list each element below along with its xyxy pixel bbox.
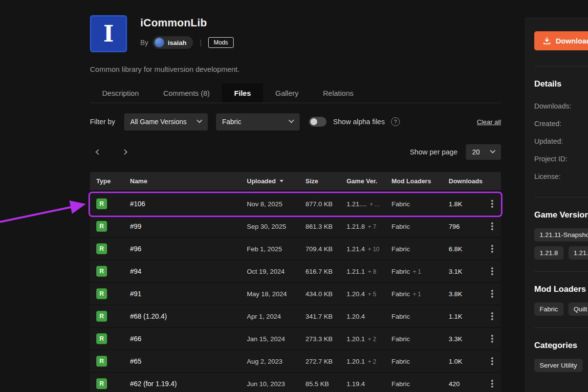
tab[interactable]: Comments (8) <box>151 84 222 103</box>
clear-all-link[interactable]: Clear all <box>477 118 501 126</box>
file-downloads: 1.8K <box>449 200 483 208</box>
file-row[interactable]: R #68 (1.20.4) Apr 1, 2024 341.7 KB 1.20… <box>90 305 501 328</box>
game-versions-section: Game Versions 1.21.11-Snapshot1.21.81.21… <box>534 197 588 271</box>
file-downloads: 3.1K <box>449 268 483 275</box>
tab[interactable]: Files <box>222 84 263 103</box>
file-actions-cell <box>483 360 501 362</box>
alpha-toggle-label: Show alpha files <box>333 118 385 126</box>
annotation-arrow <box>0 194 93 226</box>
kebab-menu-icon[interactable] <box>491 383 493 385</box>
file-type-cell: R <box>96 356 130 367</box>
file-type-cell: R <box>96 288 130 299</box>
game-versions-heading: Game Versions <box>534 210 588 220</box>
game-version-chip[interactable]: 1.21.8 <box>534 246 564 260</box>
mod-loader-chip[interactable]: Quilt <box>568 303 588 316</box>
file-name-link[interactable]: #106 <box>130 200 247 208</box>
game-version-extra: + 2 <box>368 336 376 343</box>
author-link[interactable]: isaiah <box>152 36 193 49</box>
file-row[interactable]: R #99 Sep 30, 2025 861.3 KB 1.21.8+ 7 Fa… <box>90 216 501 238</box>
file-actions-cell <box>483 315 501 317</box>
help-icon[interactable] <box>391 117 400 126</box>
file-uploaded: Aug 2, 2023 <box>247 358 305 365</box>
file-size: 434.0 KB <box>305 290 347 298</box>
game-version-select[interactable]: All Game Versions <box>124 113 208 131</box>
file-row[interactable]: R #91 May 18, 2024 434.0 KB 1.20.4+ 5 Fa… <box>90 283 501 305</box>
loader-select-value: Fabric <box>222 118 241 126</box>
file-name-link[interactable]: #65 <box>130 357 247 365</box>
kebab-menu-icon[interactable] <box>491 270 493 272</box>
col-uploaded[interactable]: Uploaded <box>247 177 305 185</box>
kebab-menu-icon[interactable] <box>491 293 493 295</box>
loader-select[interactable]: Fabric <box>216 113 300 131</box>
file-downloads: 420 <box>449 380 483 388</box>
file-mod-loaders: Fabric <box>392 358 449 365</box>
project-logo: I <box>90 15 127 52</box>
file-type-cell: R <box>96 333 130 344</box>
author-avatar <box>154 38 164 47</box>
file-name-link[interactable]: #66 <box>130 335 247 343</box>
game-version-chips: 1.21.11-Snapshot1.21.81.21.7 <box>534 228 588 260</box>
kebab-menu-icon[interactable] <box>491 203 493 205</box>
file-size: 341.7 KB <box>305 313 347 320</box>
file-actions-cell <box>483 293 501 295</box>
file-name-link[interactable]: #94 <box>130 267 247 275</box>
file-row[interactable]: R #62 (for 1.19.4) Jun 10, 2023 85.5 KB … <box>90 373 501 392</box>
per-page-select[interactable]: 20 <box>466 144 501 160</box>
file-size: 273.3 KB <box>305 335 347 343</box>
category-badge[interactable]: Mods <box>208 37 233 48</box>
file-name-link[interactable]: #62 (for 1.19.4) <box>130 380 247 388</box>
next-page-button[interactable] <box>117 145 132 159</box>
game-version-chip[interactable]: 1.21.11-Snapshot <box>534 228 588 241</box>
file-type-cell: R <box>96 198 130 209</box>
table-header: Type Name Uploaded Size Game Ver. Mod Lo… <box>90 172 501 190</box>
col-mod-loaders: Mod Loaders <box>392 177 449 185</box>
file-row[interactable]: R #106 Nov 8, 2025 877.0 KB 1.21....+ ..… <box>90 193 501 216</box>
byline: By isaiah | Mods <box>140 36 234 49</box>
file-actions-cell <box>483 338 501 340</box>
file-game-version: 1.20.1+ 2 <box>347 335 392 343</box>
tab[interactable]: Gallery <box>263 84 311 103</box>
file-downloads: 3.3K <box>449 335 483 343</box>
file-type-cell: R <box>96 311 130 322</box>
file-uploaded: Oct 19, 2024 <box>247 268 305 275</box>
file-game-version: 1.20.4 <box>347 313 392 320</box>
file-name-link[interactable]: #99 <box>130 222 247 230</box>
download-button[interactable]: Download <box>534 31 588 50</box>
game-version-chip[interactable]: 1.21.7 <box>568 246 588 260</box>
chevron-down-icon <box>196 118 202 123</box>
file-game-version: 1.21.8+ 7 <box>347 223 392 230</box>
kebab-menu-icon[interactable] <box>491 338 493 340</box>
kebab-menu-icon[interactable] <box>491 248 493 250</box>
mod-loader-value: Fabric <box>392 313 410 320</box>
main-content: I iCommonLib By isaiah | Mods Common lib… <box>90 15 501 392</box>
kebab-menu-icon[interactable] <box>491 225 493 227</box>
file-row[interactable]: R #94 Oct 19, 2024 616.7 KB 1.21.1+ 8 Fa… <box>90 261 501 283</box>
file-row[interactable]: R #66 Jan 15, 2024 273.3 KB 1.20.1+ 2 Fa… <box>90 328 501 350</box>
file-mod-loaders: Fabric <box>392 200 449 208</box>
kebab-menu-icon[interactable] <box>491 360 493 362</box>
file-game-version: 1.21....+ ... <box>347 200 392 208</box>
game-version-extra: + 8 <box>368 268 376 275</box>
file-game-version: 1.19.4 <box>347 380 392 388</box>
alpha-files-toggle[interactable] <box>309 117 327 127</box>
mod-loader-value: Fabric <box>392 245 410 253</box>
category-chip[interactable]: Server Utility <box>534 359 583 372</box>
file-name-link[interactable]: #91 <box>130 290 247 298</box>
prev-page-button[interactable] <box>91 145 106 159</box>
chevron-down-icon <box>288 118 294 123</box>
mod-loader-chip[interactable]: Fabric <box>534 303 564 316</box>
file-downloads: 3.8K <box>449 290 483 298</box>
file-name-link[interactable]: #68 (1.20.4) <box>130 312 247 320</box>
game-version-value: 1.20.4 <box>347 290 365 298</box>
game-version-value: 1.19.4 <box>347 380 365 388</box>
file-name-link[interactable]: #96 <box>130 245 247 253</box>
tab[interactable]: Description <box>90 84 151 103</box>
release-badge: R <box>96 198 107 209</box>
file-mod-loaders: Fabric+ 1 <box>392 290 449 298</box>
kebab-menu-icon[interactable] <box>491 315 493 317</box>
author-name: isaiah <box>168 39 186 46</box>
file-row[interactable]: R #65 Aug 2, 2023 272.7 KB 1.20.1+ 2 Fab… <box>90 350 501 373</box>
file-row[interactable]: R #96 Feb 1, 2025 709.4 KB 1.21.4+ 10 Fa… <box>90 238 501 261</box>
tab[interactable]: Relations <box>311 84 366 103</box>
file-actions-cell <box>483 383 501 385</box>
